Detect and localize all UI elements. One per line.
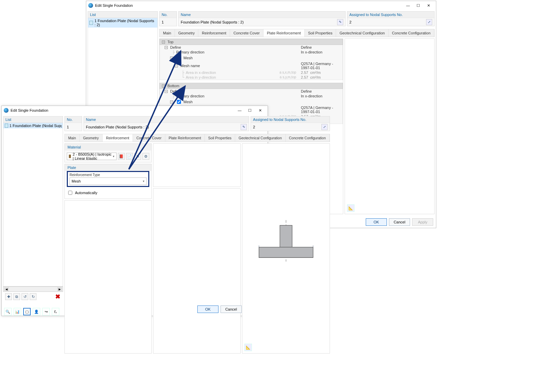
areax-label: Area in x-direction <box>186 70 216 75</box>
primary-direction-value[interactable]: In x-direction <box>298 50 343 54</box>
list-box[interactable]: 1 Foundation Plate (Nodal Supports : 2) <box>3 123 63 286</box>
maximize-icon: ☐ <box>248 108 252 113</box>
tool-icon-1[interactable]: 🔍 <box>4 308 12 315</box>
new-item-button[interactable]: ✚ <box>5 293 12 300</box>
mesh-checkbox-top[interactable] <box>177 56 181 60</box>
material-library-button[interactable]: 📕 <box>118 153 125 160</box>
edit-name-button[interactable]: ✎ <box>241 124 247 130</box>
close-button[interactable]: ✕ <box>424 2 433 9</box>
tool-button-2[interactable]: ↻ <box>30 293 36 300</box>
primary-direction-label: Primary direction <box>176 50 205 54</box>
tab-concrete-config[interactable]: Concrete Configuration <box>286 134 330 142</box>
assigned-label: Assigned to Nodal Supports No. <box>251 116 330 123</box>
material-edit-button[interactable]: ✎ <box>134 153 141 160</box>
bottom-section-header[interactable]: − Bottom <box>160 83 343 89</box>
list-toolbar: ✚ ⧉ ↺ ↻ ✖ <box>3 292 63 301</box>
copy-item-button[interactable]: ⧉ <box>13 293 20 300</box>
no-value[interactable]: 1 <box>160 18 177 26</box>
tab-concrete-config[interactable]: Concrete Configuration <box>389 29 434 37</box>
expander-icon[interactable]: − <box>170 57 173 60</box>
scroll-left-icon[interactable]: ◀ <box>4 287 9 291</box>
material-new-button[interactable]: 📄 <box>126 153 133 160</box>
tab-geotech-config[interactable]: Geotechnical Configuration <box>336 29 389 37</box>
material-value: 2 - B500S(A) | Isotropic | Linear Elasti… <box>73 152 113 160</box>
maximize-button[interactable]: ☐ <box>245 107 255 114</box>
meshname-value[interactable]: Q257A | Germany - 1997-01-01 <box>298 106 343 114</box>
tab-soil-properties[interactable]: Soil Properties <box>305 29 336 37</box>
cancel-button[interactable]: Cancel <box>221 305 242 313</box>
tool-button-1[interactable]: ↺ <box>21 293 28 300</box>
tab-main[interactable]: Main <box>160 29 175 37</box>
top-section-body: −Define Define ├Primary direction In x-d… <box>160 45 343 80</box>
tab-plate-reinforcement[interactable]: Plate Reinforcement <box>263 29 305 37</box>
close-icon: ✕ <box>427 3 430 8</box>
close-button[interactable]: ✕ <box>255 107 265 114</box>
tool-icon-6[interactable]: fₓ <box>52 308 59 315</box>
cancel-button[interactable]: Cancel <box>389 218 410 226</box>
tab-geotech-config[interactable]: Geotechnical Configuration <box>235 134 286 142</box>
tool-icon-4[interactable]: 👤 <box>33 308 40 315</box>
ok-button[interactable]: OK <box>197 305 218 313</box>
pick-assigned-button[interactable]: ⤢ <box>426 19 432 25</box>
edit-name-button[interactable]: ✎ <box>337 19 343 25</box>
reinf-type-dropdown[interactable]: Mesh ▾ <box>70 177 147 185</box>
material-dropdown[interactable]: 2 - B500S(A) | Isotropic | Linear Elasti… <box>67 153 117 160</box>
expander-icon[interactable]: − <box>175 64 178 67</box>
ok-button[interactable]: OK <box>366 218 387 226</box>
tab-geometry[interactable]: Geometry <box>175 29 198 37</box>
h-scrollbar[interactable]: ◀ ▶ <box>3 286 63 292</box>
automatically-checkbox[interactable] <box>68 191 72 195</box>
tool-icon-3[interactable]: ▢ <box>23 308 31 315</box>
app-icon <box>4 108 9 113</box>
material-swatch-icon <box>69 155 71 158</box>
list-item-label: 1 Foundation Plate (Nodal Supports : 2) <box>94 19 156 27</box>
minimize-button[interactable]: — <box>403 2 413 9</box>
tab-concrete-cover[interactable]: Concrete Cover <box>133 134 165 142</box>
reinf-type-highlight: Reinforcement Type Mesh ▾ <box>67 171 149 187</box>
tab-main[interactable]: Main <box>65 134 80 142</box>
name-value[interactable]: Foundation Plate (Nodal Supports : 2) <box>86 125 239 129</box>
tab-plate-reinforcement[interactable]: Plate Reinforcement <box>165 134 205 142</box>
material-extra-button[interactable]: ⚙ <box>142 153 149 160</box>
name-value[interactable]: Foundation Plate (Nodal Supports : 2) <box>181 20 336 24</box>
define-value: Define <box>298 89 343 93</box>
collapse-icon[interactable]: − <box>162 84 165 88</box>
primary-direction-value[interactable]: In x-direction <box>298 94 343 98</box>
assigned-value[interactable]: 2 <box>349 20 425 24</box>
expander-icon[interactable]: − <box>170 100 173 104</box>
tool-icon-5[interactable]: ↪ <box>42 308 50 315</box>
top-section-header[interactable]: − Top <box>160 39 343 45</box>
window-title: Edit Single Foundation <box>11 108 48 112</box>
expander-icon[interactable]: − <box>165 90 168 93</box>
expander-icon[interactable]: − <box>165 46 168 49</box>
tool-icon-2[interactable]: 📊 <box>14 308 21 315</box>
mesh-checkbox-bottom[interactable] <box>177 100 181 104</box>
preview-action-button[interactable]: 📐 <box>244 344 252 351</box>
minimize-button[interactable]: — <box>235 107 244 114</box>
list-header: List <box>3 116 63 123</box>
svg-rect-2 <box>259 247 313 258</box>
tab-reinforcement[interactable]: Reinforcement <box>103 134 133 142</box>
left-sub-column: Material 2 - B500S(A) | Isotropic | Line… <box>64 143 152 354</box>
right-column: No. 1 Name Foundation Plate (Nodal Suppo… <box>64 116 330 301</box>
bottom-title: Bottom <box>167 84 341 88</box>
areax-value: 2.57 <box>301 70 308 75</box>
collapse-icon[interactable]: − <box>162 41 165 44</box>
assigned-value[interactable]: 2 <box>253 125 320 129</box>
maximize-button[interactable]: ☐ <box>413 2 423 9</box>
list-item[interactable]: 1 Foundation Plate (Nodal Supports : 2) <box>88 18 157 28</box>
preview-action-button[interactable]: 📐 <box>347 204 354 212</box>
svg-rect-1 <box>280 225 292 247</box>
pick-assigned-button[interactable]: ⤢ <box>321 124 328 130</box>
areay-label: Area in y-direction <box>186 75 216 79</box>
tab-geometry[interactable]: Geometry <box>80 134 103 142</box>
tab-soil-properties[interactable]: Soil Properties <box>205 134 235 142</box>
meshname-value[interactable]: Q257A | Germany - 1997-01-01 <box>298 62 343 70</box>
tab-concrete-cover[interactable]: Concrete Cover <box>230 29 263 37</box>
tab-reinforcement[interactable]: Reinforcement <box>198 29 230 37</box>
no-value[interactable]: 1 <box>65 123 82 131</box>
delete-item-button[interactable]: ✖ <box>54 293 61 300</box>
assigned-label: Assigned to Nodal Supports No. <box>347 12 434 18</box>
list-item[interactable]: 1 Foundation Plate (Nodal Supports : 2) <box>3 123 63 128</box>
scroll-right-icon[interactable]: ▶ <box>57 287 62 291</box>
